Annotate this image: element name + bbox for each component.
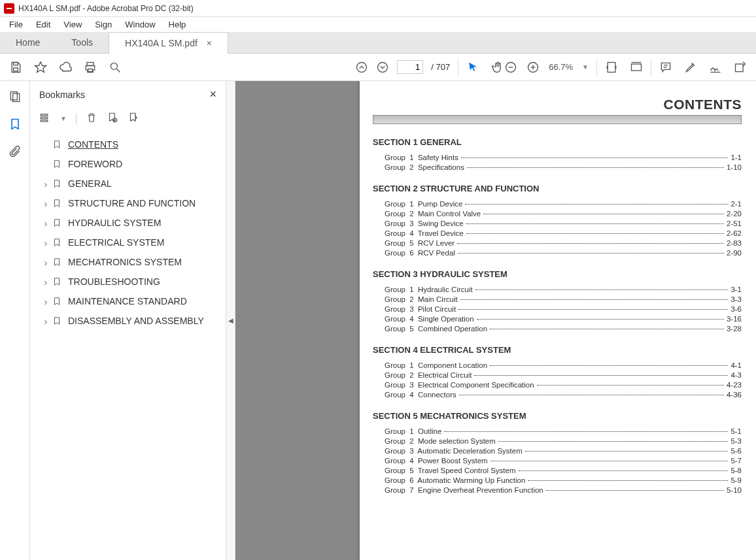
comment-icon[interactable] xyxy=(659,61,672,74)
svg-rect-0 xyxy=(14,62,18,65)
toc-leader-dots xyxy=(444,431,728,432)
pointer-icon[interactable] xyxy=(466,61,479,74)
bookmark-item[interactable]: CONTENTS xyxy=(35,135,226,154)
bookmark-item[interactable]: ›TROUBLESHOOTING xyxy=(35,272,226,291)
thumbnails-icon[interactable] xyxy=(9,90,22,103)
toc-group-number: Group 4 xyxy=(385,391,414,399)
star-icon[interactable] xyxy=(34,61,47,74)
toc-group-number: Group 5 xyxy=(385,325,414,333)
page-total-label: / 707 xyxy=(431,62,450,72)
save-icon[interactable] xyxy=(9,61,22,74)
toc-group-number: Group 2 xyxy=(385,295,414,303)
attachments-icon[interactable] xyxy=(9,145,22,158)
bookmarks-icon[interactable] xyxy=(9,118,22,131)
toc-group-number: Group 1 xyxy=(385,361,414,369)
menu-window[interactable]: Window xyxy=(118,17,162,32)
cloud-icon[interactable] xyxy=(59,61,72,74)
toc-section-title: SECTION 4 ELECTRICAL SYSTEM xyxy=(373,345,742,355)
toc-group-name: Electrical Circuit xyxy=(416,371,472,379)
zoom-level-label[interactable]: 66.7% xyxy=(549,62,573,72)
menu-sign[interactable]: Sign xyxy=(88,17,118,32)
hand-icon[interactable] xyxy=(491,61,504,74)
menu-help[interactable]: Help xyxy=(162,17,193,32)
bookmark-expand-icon[interactable]: › xyxy=(41,257,51,268)
bookmark-expand-icon[interactable]: › xyxy=(41,316,51,327)
zoom-out-icon[interactable] xyxy=(504,61,517,74)
toc-leader-dots xyxy=(546,490,724,491)
page-title: CONTENTS xyxy=(373,97,742,112)
toc-group-row: Group 1 Component Location4-1 xyxy=(373,360,742,370)
bookmark-item[interactable]: FOREWORD xyxy=(35,154,226,174)
sidepanel-collapse-handle[interactable]: ◀ xyxy=(226,81,235,560)
toc-group-row: Group 1 Outline5-1 xyxy=(373,426,742,436)
add-bookmark-icon[interactable] xyxy=(107,112,118,125)
bookmark-item[interactable]: ›ELECTRICAL SYSTEM xyxy=(35,233,226,252)
toc-group-row: Group 1 Pump Device2-1 xyxy=(373,199,742,208)
bookmark-expand-icon[interactable]: › xyxy=(41,218,51,229)
zoom-dropdown-icon[interactable]: ▼ xyxy=(582,63,589,71)
bookmark-options-icon[interactable] xyxy=(39,112,51,125)
toc-section: SECTION 2 STRUCTURE AND FUNCTIONGroup 1 … xyxy=(373,184,742,257)
tab-close-button[interactable]: × xyxy=(207,38,212,48)
svg-rect-4 xyxy=(88,69,93,71)
menu-file[interactable]: File xyxy=(3,17,29,32)
tab-document[interactable]: HX140A L SM.pdf × xyxy=(109,32,228,54)
svg-rect-20 xyxy=(736,64,744,72)
fit-page-icon[interactable] xyxy=(630,61,643,74)
bookmark-item[interactable]: ›GENERAL xyxy=(35,174,226,193)
tab-home[interactable]: Home xyxy=(0,32,56,53)
toc-leader-dots xyxy=(466,233,724,234)
bookmark-item[interactable]: ›STRUCTURE AND FUNCTION xyxy=(35,193,226,213)
toc-group-number: Group 7 xyxy=(385,486,414,494)
toc-group-page: 1-1 xyxy=(730,154,742,161)
toc-group-name: Pilot Circuit xyxy=(416,305,456,313)
bookmark-item[interactable]: ›HYDRAULIC SYSTEM xyxy=(35,213,226,233)
bookmark-expand-icon[interactable]: › xyxy=(41,178,51,189)
print-icon[interactable] xyxy=(84,61,97,74)
toc-group-number: Group 4 xyxy=(385,229,414,237)
fit-width-icon[interactable] xyxy=(605,61,618,74)
bookmark-item[interactable]: ›MECHATRONICS SYSTEM xyxy=(35,252,226,272)
tab-tools[interactable]: Tools xyxy=(56,32,109,53)
delete-bookmark-icon[interactable] xyxy=(86,112,97,125)
toc-group-page: 4-3 xyxy=(730,371,742,379)
bookmark-expand-icon[interactable]: › xyxy=(41,237,51,248)
toc-group-page: 2-51 xyxy=(727,220,742,227)
toc-leader-dots xyxy=(525,451,729,452)
toc-leader-dots xyxy=(528,480,728,481)
menu-edit[interactable]: Edit xyxy=(29,17,57,32)
toc-group-name: Combined Operation xyxy=(416,325,487,333)
toc-group-page: 3-28 xyxy=(727,325,742,333)
page-up-icon[interactable] xyxy=(355,61,368,74)
bookmark-expand-icon[interactable]: › xyxy=(41,296,51,307)
toc-group-name: Component Location xyxy=(416,361,487,369)
bookmark-item[interactable]: ›DISASSEMBLY AND ASSEMBLY xyxy=(35,311,226,331)
bookmark-expand-icon[interactable]: › xyxy=(41,198,51,209)
highlight-icon[interactable] xyxy=(684,61,697,74)
bookmark-label: GENERAL xyxy=(68,178,112,189)
bookmark-label: ELECTRICAL SYSTEM xyxy=(68,237,164,248)
menu-view[interactable]: View xyxy=(57,17,88,32)
bookmark-ribbon-icon xyxy=(52,178,63,189)
bookmark-expand-icon[interactable]: › xyxy=(41,276,51,288)
toc-group-name: Pump Device xyxy=(416,200,463,208)
svg-rect-15 xyxy=(632,64,642,71)
toc-leader-dots xyxy=(490,461,729,461)
toc-group-page: 1-10 xyxy=(727,163,742,171)
document-area[interactable]: CONTENTS SECTION 1 GENERALGroup 1 Safety… xyxy=(235,81,756,560)
bookmark-ribbon-icon xyxy=(52,295,63,307)
bookmark-options-dropdown-icon[interactable]: ▼ xyxy=(60,115,67,122)
page-number-input[interactable] xyxy=(397,60,423,74)
search-icon[interactable] xyxy=(109,61,122,74)
bookmark-label: DISASSEMBLY AND ASSEMBLY xyxy=(68,316,204,326)
more-tools-icon[interactable] xyxy=(734,61,747,74)
bookmark-item[interactable]: ›MAINTENANCE STANDARD xyxy=(35,291,226,311)
left-rail xyxy=(0,81,30,560)
expand-bookmark-icon[interactable] xyxy=(128,112,139,125)
page-down-icon[interactable] xyxy=(376,61,389,74)
zoom-in-icon[interactable] xyxy=(526,61,540,74)
bookmarks-panel-close-icon[interactable]: × xyxy=(209,88,216,101)
toc-section: SECTION 3 HYDRAULIC SYSTEMGroup 1 Hydrau… xyxy=(373,269,742,333)
bookmark-ribbon-icon xyxy=(52,197,63,209)
sign-icon[interactable] xyxy=(709,61,722,74)
